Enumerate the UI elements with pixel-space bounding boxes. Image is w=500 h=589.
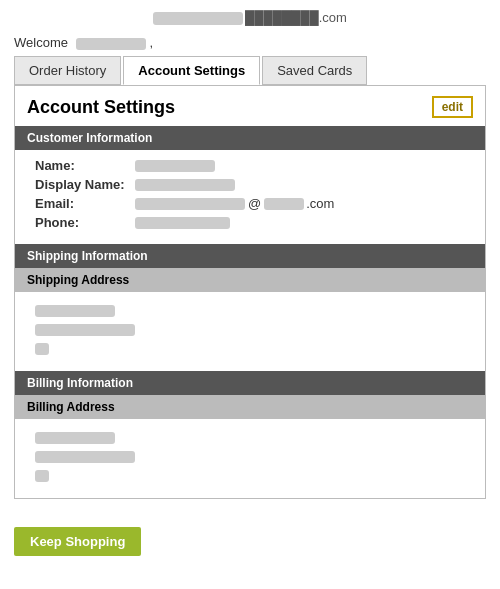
email-domain-blur (264, 198, 304, 210)
page-title: Account Settings (27, 97, 175, 118)
shipping-info-header: Shipping Information (15, 244, 485, 268)
welcome-label: Welcome (14, 35, 68, 50)
billing-line-1 (35, 429, 473, 444)
name-row: Name: (35, 158, 473, 173)
at-sign: @ (248, 196, 261, 211)
display-name-value (135, 179, 235, 191)
billing-line-3 (35, 467, 473, 482)
tab-bar: Order History Account Settings Saved Car… (0, 56, 500, 85)
edit-button[interactable]: edit (432, 96, 473, 118)
domain-text: ████████.com (245, 10, 347, 25)
tab-saved-cards[interactable]: Saved Cards (262, 56, 367, 85)
customer-info-table: Name: Display Name: Email: @ .com Phone: (15, 150, 485, 244)
display-name-label: Display Name: (35, 177, 135, 192)
phone-label: Phone: (35, 215, 135, 230)
display-name-row: Display Name: (35, 177, 473, 192)
welcome-bar: Welcome , (0, 31, 500, 56)
name-value (135, 160, 215, 172)
name-label: Name: (35, 158, 135, 173)
billing-address-header: Billing Address (15, 395, 485, 419)
billing-info-header: Billing Information (15, 371, 485, 395)
footer-actions: Keep Shopping (0, 513, 500, 570)
billing-address-block (15, 419, 485, 498)
site-domain: ████████.com (0, 0, 500, 31)
phone-value (135, 217, 230, 229)
phone-row: Phone: (35, 215, 473, 230)
email-value: @ .com (135, 196, 334, 211)
shipping-line-2 (35, 321, 473, 336)
shipping-address-header: Shipping Address (15, 268, 485, 292)
email-local (135, 198, 245, 210)
tab-order-history[interactable]: Order History (14, 56, 121, 85)
comma: , (150, 35, 154, 50)
email-row: Email: @ .com (35, 196, 473, 211)
billing-line-2 (35, 448, 473, 463)
email-label: Email: (35, 196, 135, 211)
keep-shopping-button[interactable]: Keep Shopping (14, 527, 141, 556)
email-dot-com: .com (306, 196, 334, 211)
shipping-address-block (15, 292, 485, 371)
shipping-line-3 (35, 340, 473, 355)
main-container: Account Settings edit Customer Informati… (14, 85, 486, 499)
customer-info-header: Customer Information (15, 126, 485, 150)
tab-account-settings[interactable]: Account Settings (123, 56, 260, 85)
shipping-line-1 (35, 302, 473, 317)
account-header: Account Settings edit (15, 86, 485, 126)
